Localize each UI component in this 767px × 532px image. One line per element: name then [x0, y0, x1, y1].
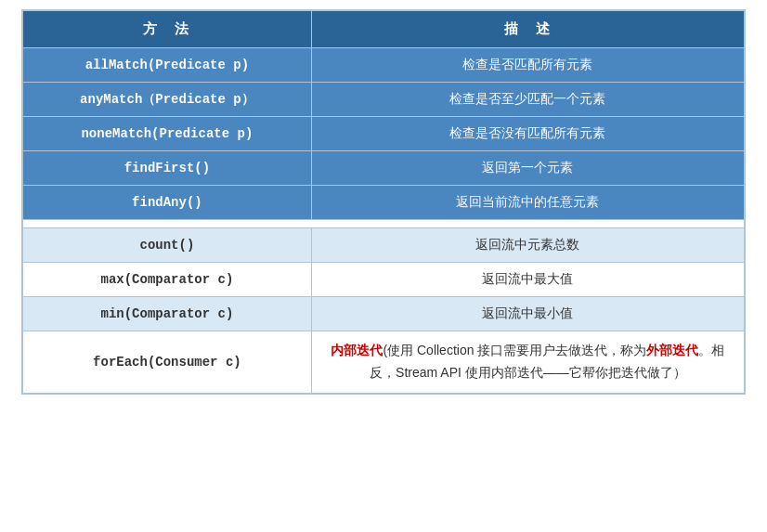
desc-cell: 检查是否没有匹配所有元素 — [311, 117, 744, 151]
table-row: max(Comparator c) 返回流中最大值 — [23, 263, 745, 297]
red-text-1: 内部迭代 — [331, 343, 383, 357]
method-cell: anyMatch（Predicate p） — [23, 83, 312, 117]
header-desc: 描 述 — [311, 11, 744, 48]
method-cell: min(Comparator c) — [23, 297, 312, 331]
desc-text: (使用 Collection 接口需要用户去做迭代，称为 — [383, 343, 646, 357]
method-cell: findFirst() — [23, 151, 312, 186]
method-cell: count() — [23, 228, 312, 263]
desc-cell: 返回当前流中的任意元素 — [311, 186, 744, 220]
main-table: 方 法 描 述 allMatch(Predicate p) 检查是否匹配所有元素… — [21, 9, 746, 395]
header-method: 方 法 — [23, 11, 312, 48]
desc-cell: 返回流中最小值 — [311, 297, 744, 331]
method-cell: max(Comparator c) — [23, 263, 312, 297]
table-row: allMatch(Predicate p) 检查是否匹配所有元素 — [23, 48, 745, 83]
separator-row — [23, 220, 745, 228]
red-text-2: 外部迭代 — [646, 343, 698, 357]
method-cell: allMatch(Predicate p) — [23, 48, 312, 83]
table-row: findAny() 返回当前流中的任意元素 — [23, 186, 745, 220]
method-cell: noneMatch(Predicate p) — [23, 117, 312, 151]
method-cell: forEach(Consumer c) — [23, 331, 312, 394]
table-row: forEach(Consumer c) 内部迭代(使用 Collection 接… — [23, 331, 745, 394]
table-row: noneMatch(Predicate p) 检查是否没有匹配所有元素 — [23, 117, 745, 151]
table-row: anyMatch（Predicate p） 检查是否至少匹配一个元素 — [23, 83, 745, 117]
table-row: min(Comparator c) 返回流中最小值 — [23, 297, 745, 331]
desc-cell: 返回流中元素总数 — [311, 228, 744, 263]
table-row: count() 返回流中元素总数 — [23, 228, 745, 263]
method-cell: findAny() — [23, 186, 312, 220]
desc-cell: 检查是否匹配所有元素 — [311, 48, 744, 83]
desc-cell: 检查是否至少匹配一个元素 — [311, 83, 744, 117]
desc-cell: 内部迭代(使用 Collection 接口需要用户去做迭代，称为外部迭代。相反，… — [311, 331, 744, 394]
table-row: findFirst() 返回第一个元素 — [23, 151, 745, 186]
desc-cell: 返回流中最大值 — [311, 263, 744, 297]
desc-cell: 返回第一个元素 — [311, 151, 744, 186]
